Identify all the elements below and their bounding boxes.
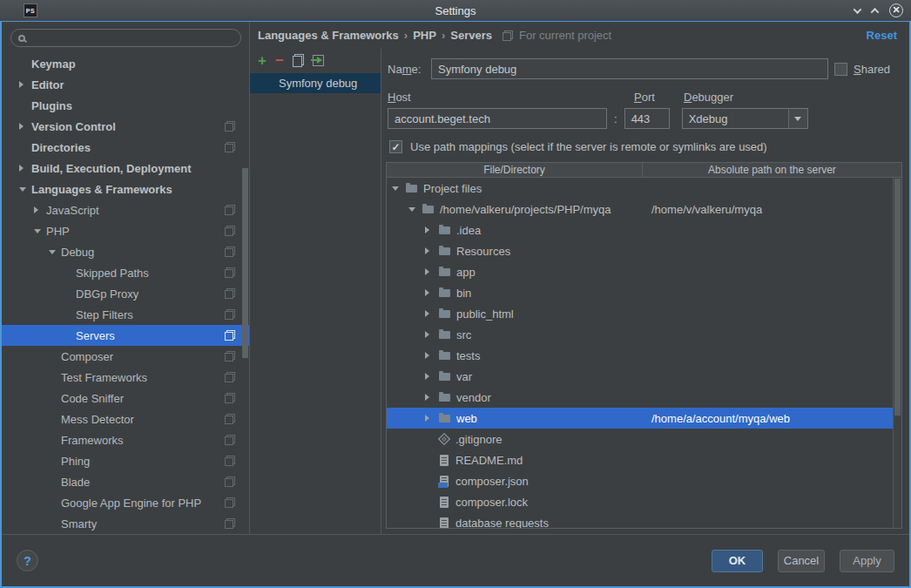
name-field[interactable]: Symfony debug [431,58,828,79]
file-tree-row[interactable]: /home/valkeru/projects/PHP/myqa/home/v/v… [387,199,893,220]
file-tree: Project files/home/valkeru/projects/PHP/… [387,178,893,528]
add-icon[interactable]: + [258,53,267,68]
search-input[interactable] [10,29,241,47]
sidebar-item-frameworks[interactable]: Frameworks [2,429,249,450]
search-icon [18,35,25,42]
file-tree-row[interactable]: bin [387,282,893,303]
phpstorm-logo-icon: PS [24,3,37,17]
per-project-settings-icon [225,288,235,299]
chevron-right-icon [425,394,437,401]
chevron-right-icon [425,331,437,338]
sidebar-item-mess-detector[interactable]: Mess Detector [2,409,249,429]
file-tree-row[interactable]: vendor [387,387,893,408]
sidebar-item-dbgp-proxy[interactable]: DBGp Proxy [2,283,249,304]
sidebar-item-skipped-paths[interactable]: Skipped Paths [2,262,249,283]
file-tree-row[interactable]: .idea [387,220,893,240]
chevron-right-icon [19,123,31,130]
per-project-settings-icon [225,456,235,466]
shared-checkbox[interactable]: Shared [834,63,902,76]
chevron-down-icon [408,207,421,212]
file-name: README.md [456,454,523,467]
file-name: vendor [456,391,491,404]
file-tree-row[interactable]: tests [387,345,893,366]
server-form: Name: Symfony debug Shared Host Port Deb… [381,49,909,534]
apply-button[interactable]: Apply [840,550,894,572]
sidebar-item-label: Languages & Frameworks [31,183,172,196]
sidebar-item-php[interactable]: PHP [2,220,249,241]
file-tree-row[interactable]: public_html [387,303,893,324]
import-icon[interactable] [313,55,324,66]
debugger-dropdown-button[interactable] [788,109,807,128]
ok-button[interactable]: OK [712,550,763,572]
chevron-down-icon [392,186,404,191]
file-name: Resources [456,245,510,258]
settings-tree: KeymapEditorPluginsVersion ControlDirect… [2,51,249,534]
sidebar-item-smarty[interactable]: Smarty [2,513,249,534]
sidebar-item-test-frameworks[interactable]: Test Frameworks [2,367,249,388]
maximize-icon[interactable] [871,7,880,16]
remove-icon[interactable]: − [275,53,284,68]
copy-icon[interactable] [293,54,304,67]
sidebar-item-servers[interactable]: Servers [2,325,249,346]
per-project-settings-icon [225,497,235,508]
folder-icon [439,289,450,297]
sidebar-item-step-filters[interactable]: Step Filters [2,304,249,325]
file-tree-row[interactable]: .gitignore [387,429,893,449]
file-tree-row[interactable]: var [387,366,893,387]
sidebar-item-composer[interactable]: Composer [2,346,249,367]
sidebar-item-google-app-engine-for-php[interactable]: Google App Engine for PHP [2,492,249,513]
sidebar-item-version-control[interactable]: Version Control [2,116,249,137]
column-header-file-directory[interactable]: File/Directory [387,163,643,177]
table-scrollbar[interactable] [893,178,901,528]
port-field[interactable]: 443 [624,108,670,129]
breadcrumb-part[interactable]: Servers [450,29,492,42]
help-button[interactable]: ? [17,550,38,571]
minimize-icon[interactable] [854,5,862,14]
chevron-right-icon [425,247,437,254]
path-mappings-checkbox[interactable]: ✓ Use path mappings (select if the serve… [388,140,902,153]
window-controls: ✕ [854,0,903,21]
file-tree-row[interactable]: database requests [387,512,893,528]
sidebar-item-directories[interactable]: Directories [2,137,249,158]
column-header-absolute-path[interactable]: Absolute path on the server [643,163,901,177]
file-tree-row[interactable]: composer.json [387,470,893,491]
table-scrollbar-thumb[interactable] [894,179,901,416]
window-title: Settings [0,4,911,17]
file-tree-row[interactable]: app [387,261,893,282]
sidebar-item-code-sniffer[interactable]: Code Sniffer [2,388,249,409]
path-mappings-checkbox-box[interactable]: ✓ [389,140,402,153]
sidebar-item-javascript[interactable]: JavaScript [2,199,249,220]
sidebar-item-blade[interactable]: Blade [2,471,249,492]
file-name: web [456,412,477,425]
breadcrumb-part[interactable]: Languages & Frameworks [258,29,399,42]
shared-checkbox-box[interactable] [834,63,847,76]
file-tree-row[interactable]: composer.lock [387,491,893,512]
file-tree-row[interactable]: web/home/a/account/myqa/web [387,408,893,429]
sidebar-item-debug[interactable]: Debug [2,241,249,262]
chevron-right-icon [34,206,46,213]
file-tree-row[interactable]: README.md [387,449,893,470]
breadcrumb-part[interactable]: PHP [413,29,436,42]
sidebar-item-plugins[interactable]: Plugins [2,95,249,116]
server-list-item[interactable]: Symfony debug [250,73,381,93]
reset-link[interactable]: Reset [867,29,897,42]
sidebar-item-editor[interactable]: Editor [2,74,249,95]
host-field[interactable]: account.beget.tech [388,108,607,129]
chevron-down-icon [34,229,46,233]
sidebar-item-label: Servers [76,329,115,342]
sidebar-item-languages-frameworks[interactable]: Languages & Frameworks [2,179,249,199]
chevron-right-icon [19,81,31,88]
sidebar-item-label: Google App Engine for PHP [61,497,201,510]
sidebar-item-keymap[interactable]: Keymap [2,53,249,74]
file-tree-row[interactable]: Resources [387,240,893,261]
chevron-right-icon [425,310,437,317]
sidebar-item-build-execution-deployment[interactable]: Build, Execution, Deployment [2,158,249,179]
file-tree-row[interactable]: src [387,324,893,345]
per-project-settings-icon [225,121,235,132]
close-icon[interactable]: ✕ [889,3,903,17]
debugger-select[interactable]: Xdebug [682,108,808,129]
file-tree-row[interactable]: Project files [387,178,893,199]
sidebar-scrollbar[interactable] [242,168,248,358]
cancel-button[interactable]: Cancel [778,550,825,572]
sidebar-item-phing[interactable]: Phing [2,450,249,471]
